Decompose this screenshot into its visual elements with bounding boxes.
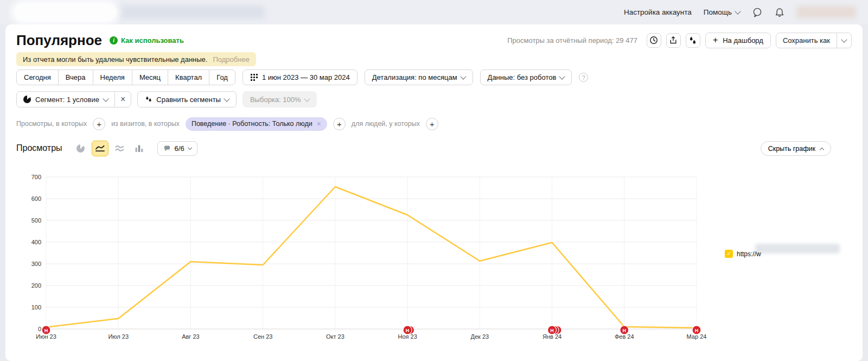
svg-text:Н: Н	[695, 328, 699, 333]
svg-text:Авг 23: Авг 23	[182, 333, 199, 340]
chevron-down-icon	[224, 96, 229, 102]
compare-segments-button[interactable]: Сравнить сегменты	[137, 91, 237, 107]
svg-text:Н: Н	[44, 328, 48, 333]
chip-close-icon[interactable]: ×	[317, 119, 321, 128]
legend-checkbox[interactable]: ✓	[725, 250, 733, 258]
people-condition-label: для людей, у которых	[352, 120, 420, 128]
svg-text:500: 500	[31, 217, 41, 224]
chevron-down-icon	[103, 96, 108, 102]
segment-clear-button[interactable]: ×	[114, 92, 131, 107]
add-people-condition-button[interactable]: +	[426, 118, 438, 130]
calendar-grid-icon	[250, 73, 258, 81]
hide-chart-label: Скрыть график	[768, 145, 815, 153]
segment-pie-icon	[23, 96, 31, 103]
add-to-dashboard-button[interactable]: + На дашборд	[705, 33, 771, 48]
speech-bubble-icon	[163, 145, 171, 152]
date-range-label: 1 июн 2023 — 30 мар 2024	[262, 73, 350, 81]
info-icon: i	[110, 36, 118, 45]
behavior-chip-label: Поведение · Роботность: Только люди	[192, 120, 312, 128]
svg-text:0: 0	[38, 326, 41, 332]
annotations-count-button[interactable]: 6/6	[157, 141, 197, 156]
save-as-button[interactable]: Сохранить как	[776, 33, 837, 48]
svg-text:Июл 23: Июл 23	[108, 333, 129, 340]
history-clock-button[interactable]	[647, 33, 661, 48]
notifications-bell-icon[interactable]	[775, 8, 784, 17]
feedback-chat-icon[interactable]	[752, 7, 763, 18]
period-filter-row: Сегодня Вчера Неделя Месяц Квартал Год 1…	[16, 69, 588, 85]
report-title-group: Популярное i Как использовать	[16, 32, 184, 49]
svg-text:100: 100	[31, 304, 41, 311]
save-as-dropdown-button[interactable]	[837, 33, 851, 48]
data-mode-label: Данные: без роботов	[488, 73, 557, 81]
hide-chart-button[interactable]: Скрыть график	[761, 141, 831, 156]
data-mode-select[interactable]: Данные: без роботов	[480, 69, 572, 85]
yandex-metrica-report-page: { "topbar": { "account_settings": "Настр…	[0, 0, 868, 361]
plus-icon: +	[713, 35, 718, 45]
legend-label: https://w	[737, 250, 761, 258]
svg-text:Дек 23: Дек 23	[470, 333, 489, 340]
logo-blurred	[15, 4, 257, 21]
views-chart[interactable]: Июн 23Июл 23Авг 23Сен 23Окт 23Ноя 23Дек …	[11, 167, 857, 352]
add-to-dashboard-label: На дашборд	[723, 36, 763, 45]
date-range-button[interactable]: 1 июн 2023 — 30 мар 2024	[242, 69, 358, 85]
page-title: Популярное	[16, 32, 102, 49]
svg-text:700: 700	[31, 174, 41, 180]
svg-text:Н: Н	[406, 328, 410, 333]
banner-text: Из отчета могли быть удалены чувствитель…	[23, 55, 207, 64]
chart-type-bar-button[interactable]	[131, 141, 148, 156]
granularity-select[interactable]: Детализация: по месяцам	[365, 69, 473, 85]
behavior-robots-chip[interactable]: Поведение · Роботность: Только люди ×	[186, 117, 327, 131]
counter-name-blurred	[107, 5, 265, 19]
visits-condition-label: из визитов, в которых	[111, 120, 180, 128]
clock-icon	[649, 36, 658, 45]
svg-text:600: 600	[31, 195, 41, 202]
close-icon: ×	[120, 94, 125, 104]
chart-type-pie-button[interactable]	[72, 141, 89, 156]
drops-icon	[688, 36, 697, 45]
annotations-count-label: 6/6	[175, 144, 184, 153]
chart-title: Просмотры	[16, 143, 62, 153]
user-account-blurred[interactable]	[796, 6, 856, 18]
period-tab-today[interactable]: Сегодня	[16, 69, 59, 85]
metrica-logo-blurred	[15, 4, 116, 21]
segment-split-button: Сегмент: 1 условие ×	[16, 91, 131, 107]
help-question-icon[interactable]: ?	[579, 73, 588, 82]
views-condition-label: Просмотры, в которых	[16, 120, 87, 128]
segment-row: Сегмент: 1 условие × Сравнить сегменты В…	[16, 91, 317, 107]
add-visits-condition-button[interactable]: +	[333, 118, 346, 130]
chevron-down-icon	[841, 36, 847, 42]
period-tab-year[interactable]: Год	[209, 69, 235, 85]
topbar: Настройка аккаунта Помощь	[0, 0, 868, 24]
compare-drops-icon	[145, 96, 152, 103]
report-actions: Просмотры за отчётный период: 29 477 + Н…	[507, 33, 852, 48]
help-menu[interactable]: Помощь	[704, 8, 740, 16]
segments-drops-button[interactable]	[686, 33, 700, 48]
chart-type-area-button[interactable]	[111, 141, 128, 156]
period-tab-week[interactable]: Неделя	[93, 69, 132, 85]
add-views-condition-button[interactable]: +	[93, 118, 105, 130]
chart-legend: ✓ https://w	[725, 250, 761, 258]
period-tab-yesterday[interactable]: Вчера	[58, 69, 93, 85]
banner-more-link[interactable]: Подробнее	[213, 55, 249, 64]
save-as-split-button: Сохранить как	[776, 33, 852, 48]
help-label: Помощь	[704, 8, 732, 16]
period-tab-month[interactable]: Месяц	[132, 69, 168, 85]
sampling-label: Выборка: 100%	[250, 96, 301, 104]
chevron-down-icon	[187, 145, 192, 150]
filter-chips-row: Просмотры, в которых + из визитов, в кот…	[16, 117, 438, 131]
chart-header-row: Просмотры 6/6	[16, 140, 197, 156]
chart-type-line-button[interactable]	[92, 141, 108, 156]
sensitive-data-banner: Из отчета могли быть удалены чувствитель…	[16, 52, 256, 66]
svg-text:Сен 23: Сен 23	[253, 333, 272, 340]
pie-chart-icon	[76, 144, 85, 153]
period-tab-quarter[interactable]: Квартал	[168, 69, 209, 85]
chart-type-switcher	[72, 141, 148, 156]
views-total-label: Просмотры за отчётный период: 29 477	[507, 36, 637, 45]
export-button[interactable]	[666, 33, 681, 48]
sampling-select[interactable]: Выборка: 100%	[242, 91, 317, 107]
account-settings-link[interactable]: Настройка аккаунта	[624, 8, 692, 16]
chevron-down-icon	[304, 96, 310, 102]
how-to-use-link[interactable]: i Как использовать	[110, 36, 184, 45]
segment-button[interactable]: Сегмент: 1 условие	[17, 92, 114, 107]
chevron-down-icon	[460, 73, 466, 79]
